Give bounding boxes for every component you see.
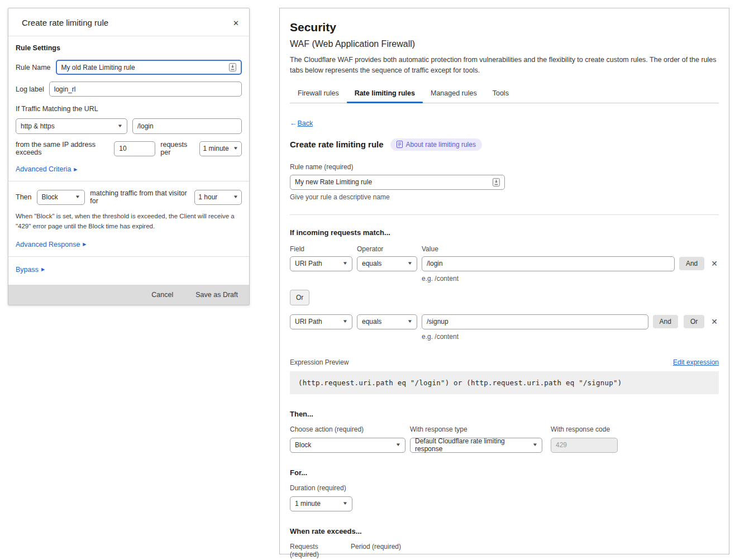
dialog-title: Create rate limiting rule xyxy=(22,18,108,27)
value-field[interactable] xyxy=(422,314,648,329)
bypass-link[interactable]: Bypass ▶ xyxy=(16,266,45,274)
rule-name-field[interactable] xyxy=(290,175,505,190)
value-column-label: Value xyxy=(422,245,438,253)
rules-tabs: Firewall rules Rate limiting rules Manag… xyxy=(290,84,719,103)
operator-select[interactable]: equals ▼ xyxy=(357,314,417,329)
remove-condition-icon[interactable]: ✕ xyxy=(710,258,719,269)
form-title-row: Create rate limiting rule About rate lim… xyxy=(290,138,719,151)
document-icon xyxy=(397,141,403,148)
field-select-value: URI Path xyxy=(295,318,322,326)
chevron-down-icon: ▼ xyxy=(407,261,413,266)
triangle-right-icon: ▶ xyxy=(41,267,45,272)
and-button[interactable]: And xyxy=(679,257,704,270)
match-heading: If incoming requests match... xyxy=(290,228,719,237)
value-column: e.g. /content xyxy=(422,314,648,341)
period-select[interactable]: 1 minute ▼ xyxy=(199,141,242,156)
requests-input[interactable] xyxy=(119,145,150,152)
save-as-draft-button[interactable]: Save as Draft xyxy=(195,291,238,299)
response-type-value: Default Cloudflare rate limiting respons… xyxy=(415,437,529,453)
scheme-url-row: http & https ▼ xyxy=(16,118,242,134)
about-rate-limiting-badge[interactable]: About rate limiting rules xyxy=(390,138,482,151)
visitor-duration-select[interactable]: 1 hour ▼ xyxy=(194,190,242,205)
traffic-match-label: If Traffic Matching the URL xyxy=(16,105,242,113)
page-subtitle: WAF (Web Application Firewall) xyxy=(290,39,719,49)
block-note: When "Block" is set, when the threshold … xyxy=(16,212,242,232)
dialog-header: Create rate limiting rule ✕ xyxy=(8,8,249,36)
operator-select[interactable]: equals ▼ xyxy=(357,256,417,271)
advanced-response-link[interactable]: Advanced Response ▶ xyxy=(16,241,87,248)
chevron-down-icon: ▼ xyxy=(532,443,538,447)
action-select[interactable]: Block ▼ xyxy=(37,190,85,205)
exceeds-label: from the same IP address exceeds xyxy=(16,141,109,156)
divider xyxy=(290,214,719,215)
requests-field[interactable] xyxy=(114,141,155,156)
edit-expression-link[interactable]: Edit expression xyxy=(673,358,719,366)
scheme-select[interactable]: http & https ▼ xyxy=(16,118,127,134)
rule-name-section: Rule name (required) Give your rule a de… xyxy=(290,163,719,201)
value-input[interactable] xyxy=(427,260,670,267)
expression-preview-label: Expression Preview xyxy=(290,358,349,366)
tab-managed-rules[interactable]: Managed rules xyxy=(423,84,485,103)
tab-tools[interactable]: Tools xyxy=(485,84,517,103)
log-label-row: Log label xyxy=(16,82,242,97)
remove-condition-icon[interactable]: ✕ xyxy=(710,316,719,327)
rule-settings-heading: Rule Settings xyxy=(16,44,242,52)
back-label: Back xyxy=(298,119,313,127)
then-label: Then xyxy=(16,193,32,201)
condition-row: URI Path ▼ equals ▼ e.g. /content And ✕ xyxy=(290,256,719,283)
and-button[interactable]: And xyxy=(653,315,678,328)
field-select[interactable]: URI Path ▼ xyxy=(290,314,352,329)
requests-label: Requests (required) xyxy=(290,543,346,558)
advanced-criteria-link[interactable]: Advanced Criteria ▶ xyxy=(16,165,78,173)
log-label-field[interactable] xyxy=(49,82,242,97)
screenshot-canvas: Create rate limiting rule ✕ Rule Setting… xyxy=(0,0,735,560)
operator-column-label: Operator xyxy=(357,245,417,253)
expression-code: (http.request.uri.path eq "/login") or (… xyxy=(290,371,719,394)
response-code-label: With response code xyxy=(551,425,618,433)
or-button[interactable]: Or xyxy=(684,315,704,328)
page-description: The Cloudflare WAF provides both automat… xyxy=(290,55,719,76)
then-row: Then Block ▼ matching traffic from that … xyxy=(16,189,242,205)
tab-firewall-rules[interactable]: Firewall rules xyxy=(290,84,347,103)
duration-select[interactable]: 1 minute ▼ xyxy=(290,496,352,511)
row-actions: And ✕ xyxy=(679,256,719,271)
advanced-criteria-label: Advanced Criteria xyxy=(16,165,71,173)
autofill-icon[interactable] xyxy=(229,63,236,71)
rule-name-helper: Give your rule a descriptive name xyxy=(290,193,719,201)
back-link[interactable]: ← Back xyxy=(290,119,313,127)
or-connector-button[interactable]: Or xyxy=(290,290,309,305)
tab-rate-limiting-rules[interactable]: Rate limiting rules xyxy=(347,84,423,103)
field-select[interactable]: URI Path ▼ xyxy=(290,256,352,271)
visitor-duration-value: 1 hour xyxy=(198,193,217,201)
log-label-input[interactable] xyxy=(54,85,237,93)
dialog-footer: Cancel Save as Draft xyxy=(8,285,249,305)
for-section: For... Duration (required) 1 minute ▼ xyxy=(290,468,719,511)
url-input[interactable] xyxy=(137,122,237,130)
divider xyxy=(8,181,249,181)
choose-action-value: Block xyxy=(295,441,311,449)
operator-select-value: equals xyxy=(362,260,381,267)
rule-name-field[interactable] xyxy=(56,60,242,75)
autofill-icon[interactable] xyxy=(493,178,500,186)
action-select-value: Block xyxy=(42,193,58,201)
rule-name-input[interactable] xyxy=(61,64,226,71)
url-field[interactable] xyxy=(132,118,242,134)
close-icon[interactable]: ✕ xyxy=(231,18,241,28)
value-input[interactable] xyxy=(427,318,643,326)
field-column-label: Field xyxy=(290,245,352,253)
rule-name-row: Rule Name xyxy=(16,60,242,75)
choose-action-label: Choose action (required) xyxy=(290,425,405,433)
rule-name-input[interactable] xyxy=(295,178,489,186)
response-type-select[interactable]: Default Cloudflare rate limiting respons… xyxy=(410,438,542,453)
value-field[interactable] xyxy=(422,256,675,271)
cancel-button[interactable]: Cancel xyxy=(151,291,173,299)
response-code-column: With response code xyxy=(551,425,618,453)
chevron-down-icon: ▼ xyxy=(342,501,348,506)
action-column: Choose action (required) Block ▼ xyxy=(290,425,405,453)
expression-header: Expression Preview Edit expression xyxy=(290,358,719,366)
security-waf-panel: Security WAF (Web Application Firewall) … xyxy=(279,8,729,554)
chevron-down-icon: ▼ xyxy=(342,319,348,324)
arrow-left-icon: ← xyxy=(290,119,297,127)
choose-action-select[interactable]: Block ▼ xyxy=(290,438,405,453)
matching-traffic-label: matching traffic from that visitor for xyxy=(90,189,189,205)
